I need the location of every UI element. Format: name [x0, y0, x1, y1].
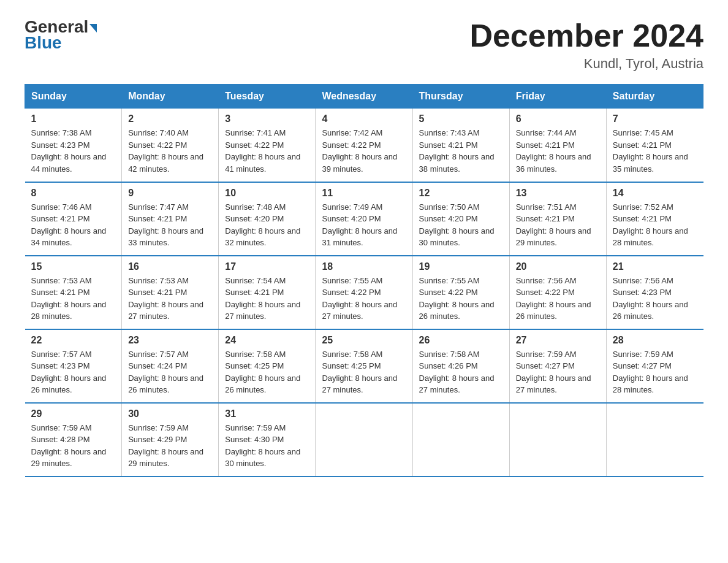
day-info: Sunrise: 7:55 AM Sunset: 4:22 PM Dayligh…	[419, 275, 503, 323]
day-info: Sunrise: 7:47 AM Sunset: 4:21 PM Dayligh…	[128, 201, 212, 249]
day-number: 23	[128, 335, 212, 346]
day-number: 27	[516, 335, 600, 346]
table-row: 9 Sunrise: 7:47 AM Sunset: 4:21 PM Dayli…	[122, 182, 219, 256]
day-info: Sunrise: 7:51 AM Sunset: 4:21 PM Dayligh…	[516, 201, 600, 249]
header-wednesday: Wednesday	[316, 85, 412, 109]
table-row: 6 Sunrise: 7:44 AM Sunset: 4:21 PM Dayli…	[509, 109, 606, 182]
table-row: 16 Sunrise: 7:53 AM Sunset: 4:21 PM Dayl…	[122, 256, 219, 329]
day-number: 10	[225, 188, 309, 199]
calendar-week-row: 22 Sunrise: 7:57 AM Sunset: 4:23 PM Dayl…	[25, 329, 703, 403]
table-row: 5 Sunrise: 7:43 AM Sunset: 4:21 PM Dayli…	[412, 109, 509, 182]
day-number: 22	[31, 335, 116, 346]
day-info: Sunrise: 7:59 AM Sunset: 4:30 PM Dayligh…	[225, 422, 309, 470]
calendar-header-row: Sunday Monday Tuesday Wednesday Thursday…	[25, 85, 703, 109]
table-row: 14 Sunrise: 7:52 AM Sunset: 4:21 PM Dayl…	[606, 182, 703, 256]
table-row: 15 Sunrise: 7:53 AM Sunset: 4:21 PM Dayl…	[25, 256, 122, 329]
day-info: Sunrise: 7:59 AM Sunset: 4:29 PM Dayligh…	[128, 422, 212, 470]
day-info: Sunrise: 7:40 AM Sunset: 4:22 PM Dayligh…	[128, 127, 212, 175]
day-number: 29	[31, 408, 116, 419]
day-info: Sunrise: 7:53 AM Sunset: 4:21 PM Dayligh…	[31, 275, 116, 323]
day-number: 31	[225, 408, 309, 419]
day-info: Sunrise: 7:56 AM Sunset: 4:23 PM Dayligh…	[613, 275, 697, 323]
table-row: 31 Sunrise: 7:59 AM Sunset: 4:30 PM Dayl…	[219, 403, 316, 477]
day-number: 7	[613, 113, 697, 124]
day-number: 18	[322, 261, 406, 272]
table-row: 7 Sunrise: 7:45 AM Sunset: 4:21 PM Dayli…	[606, 109, 703, 182]
day-info: Sunrise: 7:59 AM Sunset: 4:27 PM Dayligh…	[516, 348, 600, 396]
day-number: 14	[613, 188, 697, 199]
title-area: December 2024 Kundl, Tyrol, Austria	[469, 18, 703, 72]
logo-arrow-icon	[89, 24, 97, 33]
header-tuesday: Tuesday	[219, 85, 316, 109]
header-sunday: Sunday	[25, 85, 122, 109]
day-number: 20	[516, 261, 600, 272]
table-row: 25 Sunrise: 7:58 AM Sunset: 4:25 PM Dayl…	[316, 329, 412, 403]
table-row: 22 Sunrise: 7:57 AM Sunset: 4:23 PM Dayl…	[25, 329, 122, 403]
location-subtitle: Kundl, Tyrol, Austria	[469, 56, 703, 72]
day-info: Sunrise: 7:42 AM Sunset: 4:22 PM Dayligh…	[322, 127, 406, 175]
day-info: Sunrise: 7:58 AM Sunset: 4:26 PM Dayligh…	[419, 348, 503, 396]
day-info: Sunrise: 7:46 AM Sunset: 4:21 PM Dayligh…	[31, 201, 116, 249]
table-row: 4 Sunrise: 7:42 AM Sunset: 4:22 PM Dayli…	[316, 109, 412, 182]
day-info: Sunrise: 7:59 AM Sunset: 4:28 PM Dayligh…	[31, 422, 116, 470]
table-row: 28 Sunrise: 7:59 AM Sunset: 4:27 PM Dayl…	[606, 329, 703, 403]
month-title: December 2024	[469, 18, 703, 53]
day-info: Sunrise: 7:53 AM Sunset: 4:21 PM Dayligh…	[128, 275, 212, 323]
day-number: 3	[225, 113, 309, 124]
table-row: 18 Sunrise: 7:55 AM Sunset: 4:22 PM Dayl…	[316, 256, 412, 329]
day-info: Sunrise: 7:56 AM Sunset: 4:22 PM Dayligh…	[516, 275, 600, 323]
table-row: 29 Sunrise: 7:59 AM Sunset: 4:28 PM Dayl…	[25, 403, 122, 477]
calendar-week-row: 29 Sunrise: 7:59 AM Sunset: 4:28 PM Dayl…	[25, 403, 703, 477]
day-number: 30	[128, 408, 212, 419]
day-number: 6	[516, 113, 600, 124]
table-row: 17 Sunrise: 7:54 AM Sunset: 4:21 PM Dayl…	[219, 256, 316, 329]
calendar-table: Sunday Monday Tuesday Wednesday Thursday…	[25, 84, 703, 477]
table-row: 26 Sunrise: 7:58 AM Sunset: 4:26 PM Dayl…	[412, 329, 509, 403]
calendar-week-row: 1 Sunrise: 7:38 AM Sunset: 4:23 PM Dayli…	[25, 109, 703, 182]
calendar-week-row: 15 Sunrise: 7:53 AM Sunset: 4:21 PM Dayl…	[25, 256, 703, 329]
table-row: 19 Sunrise: 7:55 AM Sunset: 4:22 PM Dayl…	[412, 256, 509, 329]
logo-blue-text: Blue	[25, 33, 62, 53]
day-info: Sunrise: 7:54 AM Sunset: 4:21 PM Dayligh…	[225, 275, 309, 323]
table-row	[509, 403, 606, 477]
day-number: 9	[128, 188, 212, 199]
table-row: 1 Sunrise: 7:38 AM Sunset: 4:23 PM Dayli…	[25, 109, 122, 182]
day-info: Sunrise: 7:50 AM Sunset: 4:20 PM Dayligh…	[419, 201, 503, 249]
logo: General Blue	[25, 18, 97, 53]
day-info: Sunrise: 7:43 AM Sunset: 4:21 PM Dayligh…	[419, 127, 503, 175]
table-row: 13 Sunrise: 7:51 AM Sunset: 4:21 PM Dayl…	[509, 182, 606, 256]
table-row: 10 Sunrise: 7:48 AM Sunset: 4:20 PM Dayl…	[219, 182, 316, 256]
table-row: 2 Sunrise: 7:40 AM Sunset: 4:22 PM Dayli…	[122, 109, 219, 182]
table-row: 24 Sunrise: 7:58 AM Sunset: 4:25 PM Dayl…	[219, 329, 316, 403]
table-row: 20 Sunrise: 7:56 AM Sunset: 4:22 PM Dayl…	[509, 256, 606, 329]
day-number: 16	[128, 261, 212, 272]
day-info: Sunrise: 7:58 AM Sunset: 4:25 PM Dayligh…	[225, 348, 309, 396]
day-number: 5	[419, 113, 503, 124]
header-thursday: Thursday	[412, 85, 509, 109]
day-info: Sunrise: 7:49 AM Sunset: 4:20 PM Dayligh…	[322, 201, 406, 249]
day-number: 26	[419, 335, 503, 346]
day-number: 28	[613, 335, 697, 346]
table-row	[316, 403, 412, 477]
day-number: 13	[516, 188, 600, 199]
day-number: 15	[31, 261, 116, 272]
table-row: 27 Sunrise: 7:59 AM Sunset: 4:27 PM Dayl…	[509, 329, 606, 403]
table-row: 21 Sunrise: 7:56 AM Sunset: 4:23 PM Dayl…	[606, 256, 703, 329]
table-row: 8 Sunrise: 7:46 AM Sunset: 4:21 PM Dayli…	[25, 182, 122, 256]
day-info: Sunrise: 7:58 AM Sunset: 4:25 PM Dayligh…	[322, 348, 406, 396]
header-friday: Friday	[509, 85, 606, 109]
day-number: 24	[225, 335, 309, 346]
day-info: Sunrise: 7:48 AM Sunset: 4:20 PM Dayligh…	[225, 201, 309, 249]
day-number: 25	[322, 335, 406, 346]
day-info: Sunrise: 7:38 AM Sunset: 4:23 PM Dayligh…	[31, 127, 116, 175]
table-row	[412, 403, 509, 477]
day-info: Sunrise: 7:52 AM Sunset: 4:21 PM Dayligh…	[613, 201, 697, 249]
day-info: Sunrise: 7:44 AM Sunset: 4:21 PM Dayligh…	[516, 127, 600, 175]
table-row: 3 Sunrise: 7:41 AM Sunset: 4:22 PM Dayli…	[219, 109, 316, 182]
header-monday: Monday	[122, 85, 219, 109]
day-info: Sunrise: 7:45 AM Sunset: 4:21 PM Dayligh…	[613, 127, 697, 175]
day-info: Sunrise: 7:59 AM Sunset: 4:27 PM Dayligh…	[613, 348, 697, 396]
calendar-week-row: 8 Sunrise: 7:46 AM Sunset: 4:21 PM Dayli…	[25, 182, 703, 256]
day-info: Sunrise: 7:57 AM Sunset: 4:23 PM Dayligh…	[31, 348, 116, 396]
day-number: 21	[613, 261, 697, 272]
